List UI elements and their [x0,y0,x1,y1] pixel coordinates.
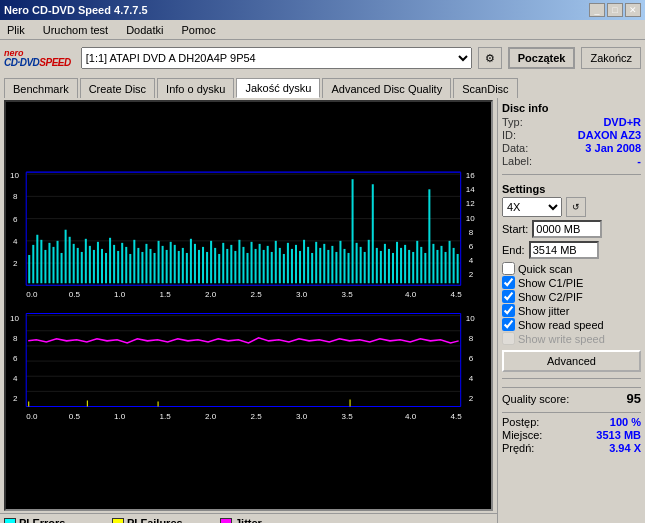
progress-place-label: Miejsce: [502,429,542,441]
show-c2-checkbox[interactable] [502,290,515,303]
show-c1-row: Show C1/PIE [502,276,641,289]
svg-rect-117 [404,245,406,283]
svg-text:2.5: 2.5 [251,290,263,299]
show-write-row: Show write speed [502,332,641,345]
svg-rect-91 [299,251,301,283]
svg-rect-51 [137,248,139,283]
speed-row: 4X ↺ [502,197,641,217]
window-controls[interactable]: _ □ ✕ [589,3,641,17]
show-write-checkbox [502,332,515,345]
svg-rect-98 [327,250,329,283]
svg-rect-163 [87,400,88,406]
svg-rect-96 [319,248,321,283]
pi-failures-label: PI Failures [127,517,183,523]
end-input[interactable] [529,241,599,259]
tab-advanced-disc-quality[interactable]: Advanced Disc Quality [322,78,451,98]
svg-rect-84 [271,252,273,283]
tab-quality[interactable]: Jakość dysku [236,78,320,98]
show-read-checkbox[interactable] [502,318,515,331]
show-jitter-label: Show jitter [518,305,569,317]
svg-text:10: 10 [466,314,475,323]
svg-text:6: 6 [13,215,18,224]
svg-rect-37 [81,252,83,283]
bottom-stats: PI Errors Średnio: 0.51 Maksimum: 7 Cało… [0,513,497,523]
svg-rect-59 [170,242,172,283]
svg-rect-129 [453,248,455,283]
svg-rect-85 [275,241,277,283]
svg-rect-87 [283,254,285,283]
svg-rect-31 [57,241,59,283]
svg-rect-29 [48,243,50,283]
end-button[interactable]: Zakończ [581,47,641,69]
disc-type-row: Typ: DVD+R [502,116,641,128]
disc-info-section: Disc info Typ: DVD+R ID: DAXON AZ3 Data:… [502,102,641,168]
pi-errors-header: PI Errors [4,517,104,523]
show-jitter-row: Show jitter [502,304,641,317]
disc-id-label: ID: [502,129,516,141]
svg-text:0.5: 0.5 [69,412,81,421]
svg-rect-41 [97,242,99,283]
tab-scandisc[interactable]: ScanDisc [453,78,517,98]
svg-text:2: 2 [13,394,18,403]
minimize-button[interactable]: _ [589,3,605,17]
speed-select[interactable]: 4X [502,197,562,217]
quick-scan-checkbox[interactable] [502,262,515,275]
svg-rect-52 [141,252,143,283]
tab-benchmark[interactable]: Benchmark [4,78,78,98]
menu-pomoc[interactable]: Pomoc [178,23,218,37]
svg-rect-110 [376,248,378,283]
svg-rect-72 [222,243,224,283]
menu-dodatki[interactable]: Dodatki [123,23,166,37]
start-button[interactable]: Początek [508,47,576,69]
svg-rect-24 [28,255,30,283]
svg-text:2.5: 2.5 [251,412,263,421]
advanced-button[interactable]: Advanced [502,350,641,372]
svg-rect-64 [190,239,192,283]
separator-1 [502,174,641,175]
svg-rect-48 [125,247,127,283]
menu-plik[interactable]: Plik [4,23,28,37]
svg-rect-63 [186,253,188,283]
svg-text:6: 6 [469,242,474,251]
svg-text:4.5: 4.5 [451,412,463,421]
show-c1-checkbox[interactable] [502,276,515,289]
svg-rect-100 [335,252,337,283]
svg-rect-73 [226,249,228,283]
maximize-button[interactable]: □ [607,3,623,17]
tab-info[interactable]: Info o dysku [157,78,234,98]
disc-id-row: ID: DAXON AZ3 [502,129,641,141]
svg-rect-78 [246,253,248,283]
tab-create-disc[interactable]: Create Disc [80,78,155,98]
separator-2 [502,378,641,379]
drive-select[interactable]: [1:1] ATAPI DVD A DH20A4P 9P54 [81,47,472,69]
menu-uruchom[interactable]: Uruchom test [40,23,111,37]
pi-errors-label: PI Errors [19,517,65,523]
svg-rect-165 [350,399,351,406]
svg-rect-55 [154,253,156,283]
disc-info-title: Disc info [502,102,641,114]
pi-failures-header: PI Failures [112,517,212,523]
svg-rect-107 [364,252,366,283]
pi-failures-color [112,518,124,523]
svg-text:4.0: 4.0 [405,290,417,299]
svg-text:0.0: 0.0 [26,412,38,421]
progress-section: Postęp: 100 % Miejsce: 3513 MB Prędń: 3.… [502,412,641,455]
settings-refresh-icon[interactable]: ↺ [566,197,586,217]
settings-icon[interactable]: ⚙ [478,47,502,69]
start-input[interactable] [532,220,602,238]
svg-rect-75 [234,251,236,283]
svg-rect-126 [440,246,442,283]
tabs: Benchmark Create Disc Info o dysku Jakoś… [0,76,645,98]
svg-rect-114 [392,253,394,283]
quality-label: Quality score: [502,393,569,405]
svg-text:8: 8 [469,334,474,343]
close-button[interactable]: ✕ [625,3,641,17]
svg-text:8: 8 [13,192,18,201]
show-jitter-checkbox[interactable] [502,304,515,317]
svg-rect-86 [279,248,281,283]
disc-type-label: Typ: [502,116,523,128]
disc-label-label: Label: [502,155,532,167]
svg-rect-122 [424,253,426,283]
svg-rect-111 [380,251,382,283]
svg-rect-66 [198,250,200,283]
